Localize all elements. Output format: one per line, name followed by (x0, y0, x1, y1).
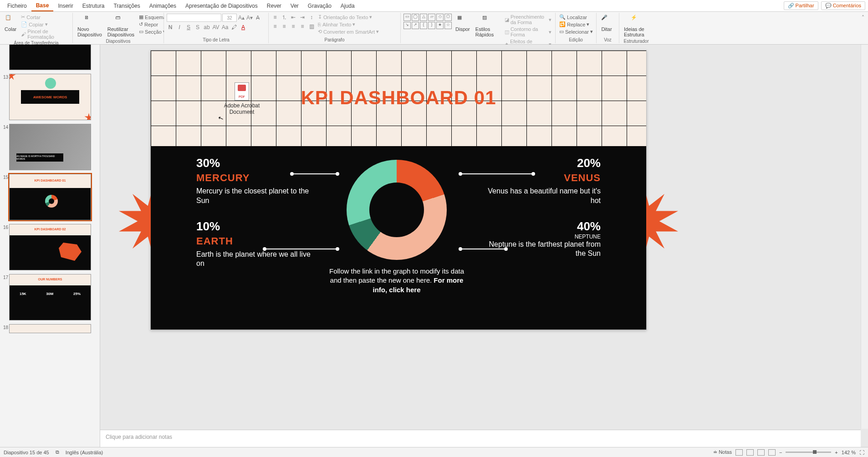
bold-icon[interactable]: N (167, 24, 174, 31)
justify-icon[interactable]: ≡ (299, 23, 306, 30)
kpi-mercury[interactable]: 30% MERCURY Mercury is the closest plane… (196, 156, 315, 206)
design-ideas-button[interactable]: ⚡Ideias de Estrutura (622, 14, 650, 38)
align-left-icon[interactable]: ≡ (271, 23, 279, 30)
collapse-ribbon-icon[interactable]: ˄ (858, 13, 868, 43)
sorter-view-icon[interactable] (746, 449, 754, 456)
highlight-icon[interactable]: 🖍 (230, 24, 238, 31)
thumbnail-12[interactable] (9, 45, 91, 70)
tab-gravacao[interactable]: Gravação (303, 1, 336, 11)
status-slide-number[interactable]: Diapositivo 15 de 45 (4, 450, 49, 455)
thumbnail-15[interactable]: KPI DASHBOARD 01 (9, 174, 91, 220)
shape-fill-button[interactable]: ◪ Preenchimento da Forma ▾ (504, 14, 552, 25)
case-icon[interactable]: Aa (221, 24, 229, 31)
paste-button[interactable]: 📋 Colar (3, 14, 18, 33)
decrease-font-icon[interactable]: A▾ (246, 14, 253, 21)
convert-smartart-button[interactable]: ⟲ Converter em SmartArt ▾ (317, 28, 380, 35)
zoom-slider[interactable] (786, 452, 831, 453)
strike-icon[interactable]: ab (203, 24, 210, 31)
tab-base[interactable]: Base (31, 0, 54, 11)
shapes-gallery[interactable]: ▭◯△▱◇⬠ ↘↗{}★☆ (403, 14, 452, 29)
replace-button[interactable]: 🔁 Replace ▾ (558, 21, 590, 28)
thumbnail-17[interactable]: OUR NUMBERS 15K 30M 25% (9, 274, 91, 320)
zoom-out-icon[interactable]: − (779, 450, 782, 455)
tab-ficheiro[interactable]: Ficheiro (3, 1, 31, 11)
find-button[interactable]: 🔍 Localizar (558, 14, 588, 20)
textdir-label: Orientação do Texto (323, 15, 368, 20)
bullets-icon[interactable]: ≡ (271, 14, 279, 21)
zoom-in-icon[interactable]: + (835, 450, 837, 455)
slide-canvas-area[interactable]: Adobe Acrobat Document ↖ KPI DASHBOARD 0… (100, 45, 868, 447)
font-size-select[interactable] (222, 14, 237, 22)
copy-button[interactable]: 📄 Copiar ▾ (20, 21, 70, 28)
notes-toggle[interactable]: ≐ Notas (713, 449, 732, 455)
dictate-label: Ditar (601, 26, 612, 32)
donut-caption[interactable]: Follow the link in the graph to modify i… (324, 267, 470, 295)
numbering-icon[interactable]: ⒈ (281, 14, 288, 21)
font-color-icon[interactable]: A (240, 24, 247, 31)
tab-rever[interactable]: Rever (262, 1, 286, 11)
thumb14-title: AN IMAGE IS WORTH A THOUSAND WORDS (16, 153, 63, 162)
thumbnail-16[interactable]: KPI DASHBOARD 02 (9, 224, 91, 270)
slide-dark-area: 30% MERCURY Mercury is the closest plane… (151, 146, 646, 330)
arrange-button[interactable]: ▦Dispor (454, 14, 472, 33)
svg-marker-0 (9, 74, 16, 80)
fit-window-icon[interactable]: ⛶ (859, 450, 864, 455)
status-language[interactable]: Inglês (Austrália) (66, 450, 103, 455)
indent-inc-icon[interactable]: ⇥ (299, 14, 306, 21)
thumb17-val3: 25% (73, 292, 81, 296)
normal-view-icon[interactable] (735, 449, 743, 456)
text-direction-button[interactable]: ↧ Orientação do Texto ▾ (317, 14, 380, 20)
share-button[interactable]: 🔗 Partilhar (784, 1, 818, 10)
tab-estrutura[interactable]: Estrutura (78, 1, 109, 11)
kpi-venus-pct: 20% (482, 156, 601, 170)
kpi-earth[interactable]: 10% EARTH Earth is the planet where we a… (196, 219, 315, 269)
quick-styles-button[interactable]: ▨Estilos Rápidos (474, 14, 502, 38)
tab-animacoes[interactable]: Animações (145, 1, 181, 11)
clear-format-icon[interactable]: A̶ (254, 14, 261, 21)
tab-ajuda[interactable]: Ajuda (336, 1, 359, 11)
zoom-level[interactable]: 142 % (842, 450, 856, 455)
shadow-icon[interactable]: S (194, 24, 201, 31)
cut-button[interactable]: ✂ Cortar (20, 14, 70, 20)
align-center-icon[interactable]: ≡ (281, 23, 288, 30)
align-right-icon[interactable]: ≡ (290, 23, 297, 30)
tab-ver[interactable]: Ver (286, 1, 303, 11)
increase-font-icon[interactable]: A▴ (238, 14, 245, 21)
connector-line (265, 249, 337, 249)
comments-button[interactable]: 💬 Comentários (821, 1, 865, 10)
kpi-venus[interactable]: 20% VENUS Venus has a beautiful name but… (482, 156, 601, 206)
thumb13-title: AWESOME WORDS (21, 90, 79, 104)
font-family-select[interactable] (167, 14, 221, 22)
italic-icon[interactable]: I (176, 24, 183, 31)
vertical-scrollbar[interactable] (861, 45, 868, 429)
slide-title[interactable]: KPI DASHBOARD 01 (151, 87, 646, 109)
new-slide-button[interactable]: 🗎Novo Diapositivo (76, 14, 104, 38)
shape-outline-button[interactable]: ◫ Contorno da Forma ▾ (504, 26, 552, 38)
line-spacing-icon[interactable]: ↕ (308, 14, 315, 21)
reuse-slides-button[interactable]: 🗃Reutilizar Diapositivos (106, 14, 136, 38)
thumbnail-13[interactable]: AWESOME WORDS (9, 74, 91, 120)
slide[interactable]: Adobe Acrobat Document ↖ KPI DASHBOARD 0… (150, 50, 647, 330)
notes-pane[interactable]: Clique para adicionar notas (100, 430, 861, 447)
group-voice-label: Voz (599, 37, 616, 42)
group-editing-label: Edição (558, 37, 593, 42)
align-text-button[interactable]: ⎘ Alinhar Texto ▾ (317, 21, 380, 28)
columns-icon[interactable]: ▥ (308, 23, 315, 30)
kpi-neptune[interactable]: 40% NEPTUNE Neptune is the farthest plan… (482, 219, 601, 259)
tab-transicoes[interactable]: Transições (109, 1, 144, 11)
indent-dec-icon[interactable]: ⇤ (290, 14, 297, 21)
thumbnail-14[interactable]: AN IMAGE IS WORTH A THOUSAND WORDS (9, 124, 91, 170)
thumbnail-18[interactable] (9, 324, 91, 333)
dictate-button[interactable]: 🎤Ditar (599, 14, 614, 33)
slide-thumbnails-panel[interactable]: 13 AWESOME WORDS 14 AN IMAGE IS WORTH A … (0, 45, 100, 447)
reading-view-icon[interactable] (757, 449, 765, 456)
select-button[interactable]: ▭ Selecionar ▾ (558, 28, 594, 35)
slideshow-view-icon[interactable] (768, 449, 776, 456)
char-spacing-icon[interactable]: AV (212, 24, 220, 31)
underline-icon[interactable]: S (185, 24, 192, 31)
donut-chart[interactable] (347, 160, 447, 260)
format-painter-button[interactable]: 🖌 Pincel de Formatação (20, 28, 70, 40)
accessibility-icon[interactable]: ⧉ (56, 449, 59, 455)
tab-inserir[interactable]: Inserir (53, 1, 77, 11)
tab-apresentacao[interactable]: Apresentação de Diapositivos (181, 1, 262, 11)
